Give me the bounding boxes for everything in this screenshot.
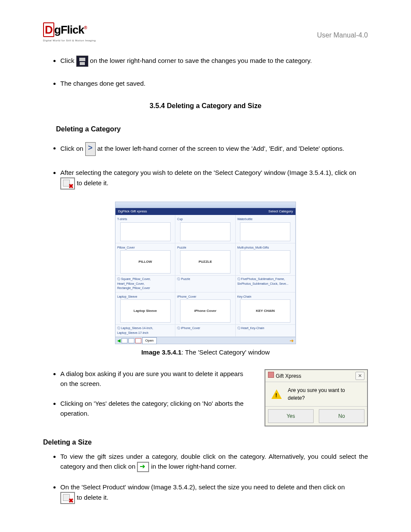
subheading-deleting-size: Deleting a Size: [43, 437, 368, 448]
text: to delete it.: [77, 494, 108, 501]
text: on the lower right-hand corner to save t…: [90, 57, 312, 64]
window-footer: ◀ Open ➜: [115, 337, 296, 344]
category-cell: Multi-photos_Multi-Gifts: [236, 243, 296, 276]
list-item: A dialog box asking if you are sure you …: [60, 369, 252, 389]
cell-sublabel: ⓘ Square_Pillow_Cover, Heart_Pillow_Cove…: [117, 277, 173, 291]
text: Click on: [60, 144, 85, 152]
dialog-body: Are you sure you want to delete?: [265, 382, 367, 406]
subheading-deleting-category: Deleting a Category: [56, 124, 368, 134]
category-cell: Laptop_SleeveLaptop Sleeve: [115, 292, 175, 325]
delete-size-list: To view the gift sizes under a category,…: [43, 452, 368, 504]
cell-label: Laptop_Sleeve: [117, 294, 173, 300]
warning-icon: [271, 389, 282, 399]
cell-sublabel: ⓘ Laptop_Sleeve-14-Inch, Laptop_Sleeve-1…: [117, 326, 173, 336]
list-item: Clicking on 'Yes' deletes the category; …: [60, 399, 252, 418]
figure-caption: Image 3.5.4.1: The 'Select Category' win…: [43, 348, 368, 358]
footer-button: [128, 338, 134, 343]
save-icon: [76, 56, 88, 67]
brand-left: DgFlick Gift xpress: [118, 209, 147, 214]
app-icon: [268, 372, 274, 378]
cell-label: Cup: [177, 217, 233, 222]
category-sublabel-cell: ⓘ Square_Pillow_Cover, Heart_Pillow_Cove…: [115, 276, 175, 292]
category-cell: Waterbottle: [236, 215, 296, 243]
window-brandbar: DgFlick Gift xpress Select Category: [115, 208, 296, 215]
category-cell: iPhone_CoveriPhone Cover: [175, 292, 235, 325]
cell-thumbnail: PILLOW: [120, 250, 171, 274]
dialog-text-column: A dialog box asking if you are sure you …: [43, 369, 252, 429]
dialog-titlebar: Gift Xpress ✕: [265, 370, 367, 382]
category-grid: T-shirtsCupWaterbottlePillow_CoverPILLOW…: [115, 215, 296, 337]
close-icon[interactable]: ✕: [355, 372, 364, 380]
cell-sublabel: ⓘ Heart_Key-Chain: [237, 326, 293, 331]
category-sublabel-cell: ⓘ iPhone_Cover: [175, 325, 235, 337]
list-item: Click on the lower right-hand corner to …: [60, 56, 368, 67]
list-item: After selecting the category you wish to…: [60, 168, 368, 190]
text: to delete it.: [77, 179, 108, 187]
category-sublabel-cell: ⓘ Puzzle: [175, 276, 235, 292]
logo: DgFlick® Digital World for Still & Motio…: [43, 22, 96, 43]
dialog-section: A dialog box asking if you are sure you …: [43, 369, 368, 429]
category-cell: T-shirts: [115, 215, 175, 243]
forward-arrow-icon: [137, 462, 149, 472]
cell-thumbnail: PUZZLE: [180, 250, 230, 274]
cell-thumbnail: [240, 250, 290, 274]
delete-icon: [60, 177, 75, 190]
cell-label: Key-Chain: [237, 294, 293, 300]
screenshot-window: DgFlick Gift xpress Select Category T-sh…: [115, 202, 296, 344]
dialog-buttons: Yes No: [265, 406, 367, 426]
category-cell: PuzzlePUZZLE: [175, 243, 235, 276]
intro-list: Click on the lower right-hand corner to …: [43, 56, 368, 89]
logo-text: DgFlick®: [43, 22, 96, 38]
cell-label: T-shirts: [117, 217, 173, 222]
yes-button[interactable]: Yes: [268, 409, 314, 423]
open-button: Open: [142, 337, 157, 344]
category-cell: Cup: [175, 215, 235, 243]
text: After selecting the category you wish to…: [60, 169, 356, 176]
text: Click: [60, 57, 76, 64]
dialog-title-left: Gift Xpress: [268, 372, 301, 380]
page-header: DgFlick® Digital World for Still & Motio…: [43, 22, 368, 43]
text: On the 'Select Product' window (Image 3.…: [60, 483, 345, 491]
delete-icon: [60, 492, 75, 504]
delete-category-list: Click on > at the lower left-hand corner…: [43, 142, 368, 190]
confirm-dialog: Gift Xpress ✕ Are you sure you want to d…: [265, 369, 368, 426]
cell-label: iPhone_Cover: [177, 294, 233, 300]
figure-select-category: DgFlick Gift xpress Select Category T-sh…: [43, 202, 368, 345]
window-titlebar: [115, 202, 296, 208]
list-item: On the 'Select Product' window (Image 3.…: [60, 482, 368, 504]
list-item: The changes done get saved.: [60, 79, 368, 89]
manual-title: User Manual-4.0: [317, 30, 368, 40]
text: in the lower right-hand corner.: [151, 463, 237, 470]
caption-bold: Image 3.5.4.1: [141, 348, 181, 356]
footer-delete-button: [135, 338, 141, 343]
expand-icon: >: [85, 142, 96, 156]
brand-right: Select Category: [268, 209, 293, 214]
category-sublabel-cell: ⓘ FivePhotos_Sublimation_Frame, SixPhoto…: [236, 276, 296, 292]
cell-thumbnail: iPhone Cover: [180, 299, 230, 323]
cell-thumbnail: [120, 222, 171, 241]
logo-tagline: Digital World for Still & Motion Imaging: [43, 39, 96, 43]
text: at the lower left-hand corner of the scr…: [97, 144, 344, 152]
cell-thumbnail: Laptop Sleeve: [120, 299, 171, 323]
dialog-message: Are you sure you want to delete?: [288, 386, 361, 402]
category-cell: Key-ChainKEY CHAIN: [236, 292, 296, 325]
cell-sublabel: ⓘ Puzzle: [177, 277, 233, 282]
dialog-title-text: Gift Xpress: [276, 373, 301, 379]
footer-button: [121, 338, 128, 343]
cell-label: Pillow_Cover: [117, 245, 173, 251]
cell-sublabel: ⓘ iPhone_Cover: [177, 326, 233, 331]
cell-label: Puzzle: [177, 245, 233, 251]
category-sublabel-cell: ⓘ Heart_Key-Chain: [236, 325, 296, 337]
cell-thumbnail: KEY CHAIN: [240, 299, 290, 323]
list-item: Click on > at the lower left-hand corner…: [60, 142, 368, 156]
no-button[interactable]: No: [319, 409, 364, 423]
cell-thumbnail: [180, 222, 230, 241]
cell-thumbnail: [240, 222, 290, 241]
section-heading: 3.5.4 Deleting a Category and Size: [43, 101, 368, 111]
back-arrow-icon: ◀: [117, 337, 121, 344]
dialog-info-list: A dialog box asking if you are sure you …: [43, 369, 252, 418]
cell-label: Waterbottle: [237, 217, 293, 222]
caption-rest: : The 'Select Category' window: [181, 348, 270, 356]
category-cell: Pillow_CoverPILLOW: [115, 243, 175, 276]
forward-arrow-icon: ➜: [290, 337, 294, 345]
